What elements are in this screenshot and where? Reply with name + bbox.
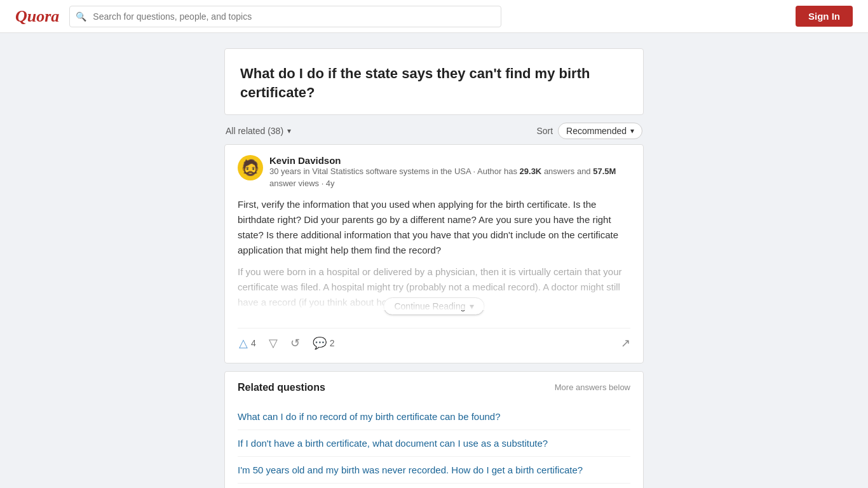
related-link[interactable]: I don't have school certificate and don'… [238,484,630,488]
question-title: What do I do if the state says they can'… [240,64,628,102]
answer-body-visible: First, verify the information that you u… [238,197,630,258]
main-content: What do I do if the state says they can'… [0,33,868,488]
share-button[interactable]: ↗ [621,336,630,350]
comment-count: 2 [330,338,335,348]
chevron-down-icon: ▾ [470,301,474,311]
answers-label: answers and [544,166,591,176]
answer-fade-wrap: If you were born in a hospital or delive… [238,264,630,310]
avatar-image: 🧔 [241,160,260,175]
quora-logo[interactable]: Quora [15,7,59,26]
sort-button[interactable]: Recommended ▾ [558,123,642,139]
all-related-filter[interactable]: All related (38) ▾ [226,126,291,136]
related-link[interactable]: If I don't have a birth certificate, wha… [238,430,630,457]
comment-button[interactable]: 💬 2 [311,334,336,353]
views-label: answer views · 4y [269,179,335,188]
answer-body-faded: If you were born in a hospital or delive… [238,264,630,310]
upvote-icon: △ [239,336,248,350]
action-bar: △ 4 ▽ ↺ 💬 2 ↗ [238,328,630,353]
downvote-button[interactable]: ▽ [268,334,279,353]
search-bar: 🔍 [69,6,501,27]
content-column: What do I do if the state says they can'… [224,48,644,488]
related-link[interactable]: I'm 50 years old and my birth was never … [238,457,630,484]
author-meta-text: 30 years in Vital Statistics software sy… [269,166,517,176]
answer-author: 🧔 Kevin Davidson 30 years in Vital Stati… [238,155,630,189]
repost-button[interactable]: ↺ [289,334,301,353]
search-input[interactable] [69,6,501,27]
sign-in-button[interactable]: Sign In [796,6,853,27]
chevron-down-icon: ▾ [630,126,634,135]
repost-icon: ↺ [290,336,300,350]
filter-bar: All related (38) ▾ Sort Recommended ▾ [224,123,644,139]
sort-area: Sort Recommended ▾ [536,123,642,139]
more-answers-label: More answers below [555,383,630,392]
author-meta: 30 years in Vital Statistics software sy… [269,166,630,189]
related-questions-title: Related questions [238,382,325,393]
upvote-count: 4 [251,338,256,348]
related-link[interactable]: What can I do if no record of my birth c… [238,403,630,430]
views-count: 57.5M [593,166,616,176]
header-right: Sign In [796,6,853,27]
author-info: Kevin Davidson 30 years in Vital Statist… [269,155,630,189]
answers-count: 29.3K [520,166,542,176]
header: Quora 🔍 Sign In [0,0,868,33]
comment-icon: 💬 [313,336,327,350]
chevron-down-icon: ▾ [287,126,291,135]
related-questions-card: Related questions More answers below Wha… [224,371,644,488]
answer-card: 🧔 Kevin Davidson 30 years in Vital Stati… [224,144,644,363]
continue-reading-label: Continue Reading [394,301,465,311]
downvote-icon: ▽ [269,336,278,350]
question-card: What do I do if the state says they can'… [224,48,644,115]
share-icon: ↗ [621,337,630,349]
avatar: 🧔 [238,155,263,180]
search-icon: 🔍 [76,11,86,22]
upvote-button[interactable]: △ 4 [238,334,257,353]
all-related-label: All related (38) [226,126,283,136]
related-links-list: What can I do if no record of my birth c… [238,403,630,488]
continue-reading-button[interactable]: Continue Reading ▾ [383,297,484,315]
related-header: Related questions More answers below [238,382,630,393]
author-name[interactable]: Kevin Davidson [269,155,630,166]
sort-label: Sort [536,126,553,136]
recommended-label: Recommended [566,126,627,136]
